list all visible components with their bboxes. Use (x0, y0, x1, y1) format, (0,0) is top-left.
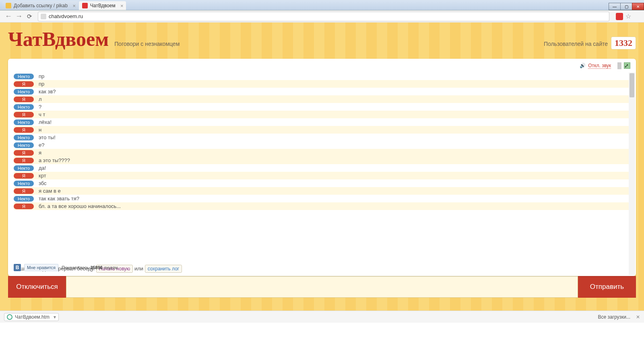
users-online-label: Пользователей на сайте (544, 41, 608, 47)
message-text: л (39, 96, 42, 102)
sender-stranger-badge: Некто (14, 74, 34, 79)
sender-stranger-badge: Некто (14, 181, 34, 186)
sender-stranger-badge: Некто (14, 142, 34, 148)
chat-row: Нектоэто ты! (14, 134, 630, 141)
chat-scrollbar[interactable] (629, 72, 635, 275)
chat-row: Ябл. а та все хорошо начиналось... (14, 202, 630, 210)
adblock-icon[interactable] (616, 13, 623, 20)
tab-close-icon[interactable]: × (120, 3, 124, 9)
chat-row: Ян (14, 126, 630, 134)
message-text: крт (39, 173, 46, 179)
chat-row: Нектотак как звать тя? (14, 195, 630, 202)
message-text: пр (39, 81, 44, 87)
site-logo[interactable]: ЧатВдвоем (8, 27, 109, 51)
message-text: я сам в е (39, 188, 61, 194)
address-bar[interactable]: chatvdvoem.ru (38, 12, 609, 21)
vk-like-button[interactable]: Мне нравится (24, 264, 58, 271)
chat-row: Яч т (14, 111, 630, 118)
sender-me-badge: Я (14, 97, 34, 102)
chat-row: Яя (14, 149, 630, 157)
message-input[interactable] (66, 276, 578, 298)
chrome-menu-icon[interactable] (634, 11, 641, 22)
browser-tab[interactable]: ЧатВдвоем × (79, 1, 126, 10)
message-text: это ты! (39, 134, 56, 140)
site-header: ЧатВдвоем Поговори с незнакомцем Пользов… (0, 23, 644, 51)
chat-topbar: 🔊 Откл. звук ⤢ (8, 59, 636, 72)
vk-icon[interactable]: B (14, 264, 21, 271)
vk-like-row: B Мне нравится Понравилось 35896 людям (8, 262, 123, 274)
site-tagline: Поговори с незнакомцем (114, 41, 180, 47)
chat-row: Япр (14, 80, 630, 88)
download-filename: ЧатВдвоем.htm (15, 314, 50, 320)
message-text: бл. а та все хорошо начиналось... (39, 203, 121, 209)
chat-row: Яя сам в е (14, 187, 630, 195)
chat-row: Якрт (14, 172, 630, 179)
browser-toolbar: ← → ⟳ chatvdvoem.ru ☆ (0, 10, 644, 23)
tab-title: Добавить ссылку / pikab (14, 3, 68, 8)
url-text: chatvdvoem.ru (49, 13, 83, 19)
bookmark-icon[interactable]: ☆ (623, 11, 634, 22)
chat-log[interactable]: НектопрЯпрНектокак зв?ЯлНекто?Яч тНектол… (8, 72, 636, 260)
fullscreen-icon[interactable]: ⤢ (624, 62, 630, 69)
chat-row: Нектопр (14, 72, 630, 80)
sender-me-badge: Я (14, 173, 34, 179)
chat-row: Яа это ты???? (14, 157, 630, 164)
window-controls: — ▢ ✕ (609, 3, 644, 10)
window-minimize-button[interactable]: — (609, 3, 621, 10)
toggle-sound-link[interactable]: Откл. звук (588, 63, 611, 69)
show-all-downloads-link[interactable]: Все загрузки... (598, 314, 630, 320)
sender-stranger-badge: Некто (14, 165, 34, 171)
sender-stranger-badge: Некто (14, 135, 34, 140)
window-close-button[interactable]: ✕ (632, 3, 644, 10)
message-text: ч т (39, 111, 45, 117)
tab-close-icon[interactable]: × (72, 3, 76, 9)
forward-button[interactable]: → (14, 11, 24, 22)
disconnect-button[interactable]: Отключиться (8, 276, 66, 298)
browser-tab-strip: Добавить ссылку / pikab × ЧатВдвоем × — … (0, 0, 644, 10)
close-shelf-icon[interactable]: ✕ (636, 314, 640, 320)
sender-me-badge: Я (14, 150, 34, 156)
favicon-icon (82, 3, 88, 8)
sender-me-badge: Я (14, 127, 34, 133)
sender-me-badge: Я (14, 188, 34, 194)
browser-tab[interactable]: Добавить ссылку / pikab × (2, 1, 78, 10)
reload-button[interactable]: ⟳ (24, 11, 35, 22)
chat-row: Некто? (14, 103, 630, 111)
send-button[interactable]: Отправить (578, 276, 636, 298)
compose-bar: Отключиться Отправить (8, 276, 636, 298)
chat-row: Нектозбс (14, 179, 630, 187)
message-text: лёха! (39, 119, 52, 125)
message-text: е? (39, 142, 44, 148)
users-online-count: 1332 (611, 37, 636, 49)
chat-row: Нектолёха! (14, 118, 630, 126)
favicon-icon (6, 3, 11, 8)
message-text: как зв? (39, 89, 56, 95)
window-maximize-button[interactable]: ▢ (620, 3, 632, 10)
message-text: я (39, 150, 41, 156)
back-button[interactable]: ← (3, 11, 14, 22)
chat-panel: 🔊 Откл. звук ⤢ НектопрЯпрНектокак зв?ЯлН… (8, 59, 636, 276)
chat-row: Нектое? (14, 141, 630, 149)
message-text: н (39, 127, 41, 133)
sender-stranger-badge: Некто (14, 119, 34, 125)
sound-icon: 🔊 (580, 63, 586, 68)
chrome-file-icon (7, 314, 12, 320)
save-log-button[interactable]: сохранить лог (145, 265, 182, 273)
message-text: ? (39, 104, 41, 110)
message-text: збс (39, 180, 47, 186)
chat-row: Нектокак зв? (14, 88, 630, 95)
message-text: так как звать тя? (39, 196, 79, 202)
theme-swatch[interactable] (621, 62, 621, 69)
sender-stranger-badge: Некто (14, 196, 34, 202)
sender-me-badge: Я (14, 81, 34, 87)
chat-row: Нектода! (14, 164, 630, 172)
message-text: да! (39, 165, 46, 171)
vk-like-count: Понравилось 35896 людям (62, 265, 118, 270)
download-item[interactable]: ЧатВдвоем.htm ▾ (4, 313, 59, 321)
scrollbar-thumb[interactable] (630, 73, 634, 97)
sender-me-badge: Я (14, 204, 34, 209)
page-body: ЧатВдвоем Поговори с незнакомцем Пользов… (0, 23, 644, 311)
chevron-down-icon[interactable]: ▾ (54, 314, 56, 320)
chat-row: Ял (14, 95, 630, 103)
tab-title: ЧатВдвоем (90, 3, 116, 8)
